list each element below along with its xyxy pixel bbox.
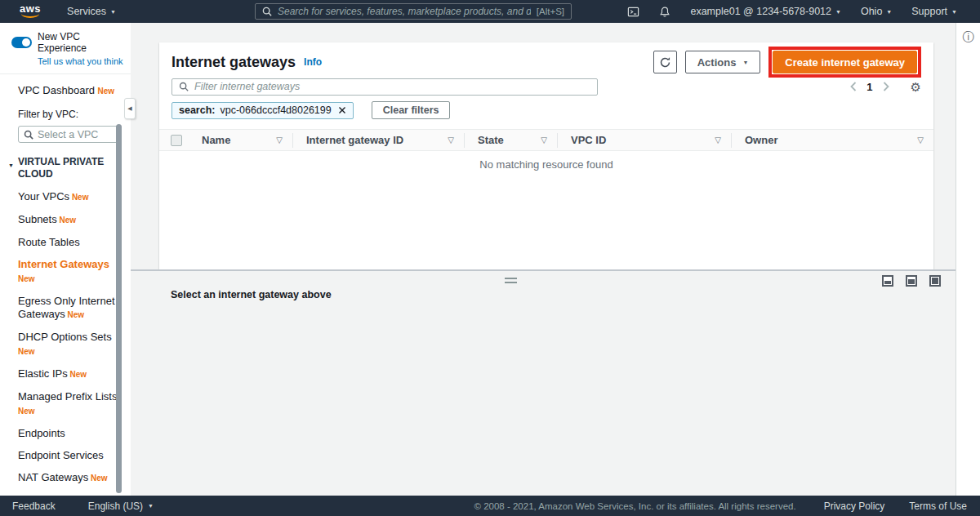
search-icon [24, 130, 33, 140]
column-filter-icon[interactable]: ▽ [448, 136, 454, 145]
chevron-down-icon: ▼ [886, 9, 892, 15]
cloudshell-icon[interactable] [627, 6, 639, 18]
chevron-down-icon: ▼ [110, 9, 116, 15]
refresh-button[interactable] [653, 51, 677, 73]
sidebar-item-nat-gateways[interactable]: NAT Gateways New [18, 471, 119, 485]
vpc-filter-input[interactable] [38, 129, 115, 140]
panel-position-controls [882, 275, 941, 287]
vpc-filter-select[interactable] [18, 126, 121, 143]
sidebar-item-vpc-dashboard[interactable]: VPC Dashboard New [18, 84, 122, 96]
internet-gateways-card: Internet gateways Info Actions ▼ Create … [159, 42, 933, 269]
resource-filter-box[interactable] [172, 78, 598, 96]
sidebar: New VPC Experience Tell us what you thin… [0, 23, 131, 496]
privacy-policy-link[interactable]: Privacy Policy [824, 500, 885, 512]
new-badge: New [88, 474, 107, 483]
chevron-down-icon: ▼ [951, 9, 957, 15]
new-badge: New [69, 193, 88, 202]
sidebar-section-virtual-private-cloud[interactable]: ▼VIRTUAL PRIVATE CLOUD [8, 156, 119, 180]
column-filter-icon[interactable]: ▽ [917, 136, 924, 145]
column-header-vpc-id[interactable]: VPC ID▽ [558, 133, 732, 148]
footer: Feedback English (US) ▼ © 2008 - 2021, A… [0, 496, 980, 516]
filter-by-vpc-label: Filter by VPC: [18, 109, 122, 120]
split-panel-drag-handle[interactable] [505, 278, 517, 283]
new-experience-label: New VPC Experience [38, 31, 131, 54]
close-icon[interactable] [338, 106, 346, 114]
section-caret-icon: ▼ [8, 159, 14, 180]
sidebar-item-egress-only-internet-gateways[interactable]: Egress Only Internet Gateways New [18, 295, 119, 322]
feedback-link[interactable]: Tell us what you think [38, 56, 131, 66]
column-header-state[interactable]: State▽ [465, 133, 558, 148]
table-header-row: Name▽Internet gateway ID▽State▽VPC ID▽Ow… [159, 129, 933, 151]
aws-logo[interactable]: aws [20, 5, 41, 18]
account-menu[interactable]: example01 @ 1234-5678-9012 ▼ [690, 6, 840, 17]
column-filter-icon[interactable]: ▽ [715, 136, 721, 145]
new-badge: New [98, 87, 115, 96]
sidebar-item-route-tables[interactable]: Route Tables [18, 236, 119, 249]
panel-position-half-icon[interactable] [906, 275, 917, 287]
create-internet-gateway-button[interactable]: Create internet gateway [773, 51, 917, 73]
panel-position-bottom-icon[interactable] [882, 275, 893, 287]
sidebar-item-managed-prefix-lists[interactable]: Managed Prefix Lists New [18, 390, 119, 418]
empty-table-message: No matching resource found [159, 158, 933, 171]
page-title: Internet gateways [172, 54, 296, 71]
copyright-text: © 2008 - 2021, Amazon Web Services, Inc.… [474, 501, 796, 511]
select-all-cell [159, 135, 189, 146]
new-badge: New [68, 370, 87, 379]
panel-position-full-icon[interactable] [929, 275, 941, 287]
select-all-checkbox[interactable] [171, 135, 182, 146]
sidebar-item-endpoint-services[interactable]: Endpoint Services [18, 449, 119, 462]
column-filter-icon[interactable]: ▽ [276, 136, 283, 145]
language-selector[interactable]: English (US) ▼ [88, 500, 154, 512]
main-content: Internet gateways Info Actions ▼ Create … [131, 23, 956, 496]
refresh-icon [659, 56, 671, 69]
sidebar-collapse-button[interactable]: ◀ [124, 98, 136, 119]
info-link[interactable]: Info [304, 56, 322, 68]
sidebar-nav: ▼VIRTUAL PRIVATE CLOUDYour VPCs NewSubne… [18, 156, 122, 516]
new-badge: New [65, 310, 84, 319]
info-circle-icon[interactable]: ⓘ [956, 30, 980, 45]
sidebar-item-your-vpcs[interactable]: Your VPCs New [18, 190, 119, 204]
previous-page-icon[interactable] [850, 82, 857, 91]
sidebar-item-subnets[interactable]: Subnets New [18, 213, 119, 227]
chevron-down-icon: ▼ [742, 60, 748, 65]
column-header-owner[interactable]: Owner▽ [732, 133, 933, 148]
topnav-right-group: example01 @ 1234-5678-9012 ▼ Ohio ▼ Supp… [627, 6, 980, 18]
terms-of-use-link[interactable]: Terms of Use [909, 500, 967, 512]
search-icon [262, 7, 272, 16]
chevron-down-icon: ▼ [835, 9, 841, 15]
sidebar-scrollbar[interactable] [116, 124, 122, 493]
new-experience-toggle[interactable] [11, 37, 32, 48]
actions-dropdown-button[interactable]: Actions ▼ [685, 51, 761, 73]
clear-filters-button[interactable]: Clear filters [372, 101, 451, 119]
sidebar-item-endpoints[interactable]: Endpoints [18, 427, 119, 440]
filter-tag-value: vpc-066dcccf4d8026199 [220, 105, 331, 116]
help-panel-strip: ⓘ [956, 23, 980, 496]
sidebar-item-dhcp-options-sets[interactable]: DHCP Options Sets New [18, 331, 119, 358]
active-filter-tag: search: vpc-066dcccf4d8026199 [172, 102, 354, 119]
chevron-down-icon: ▼ [148, 503, 154, 509]
sidebar-item-elastic-ips[interactable]: Elastic IPs New [18, 367, 119, 381]
sidebar-item-internet-gateways[interactable]: Internet Gateways New [18, 258, 119, 286]
column-header-name[interactable]: Name▽ [189, 133, 293, 148]
support-menu[interactable]: Support ▼ [911, 6, 957, 17]
notifications-bell-icon[interactable] [659, 6, 670, 18]
gear-icon[interactable]: ⚙ [911, 81, 921, 93]
global-search-box[interactable]: [Alt+S] [255, 3, 572, 20]
feedback-button[interactable]: Feedback [12, 500, 56, 512]
new-badge: New [18, 347, 35, 356]
new-badge: New [57, 216, 76, 225]
column-filter-icon[interactable]: ▽ [541, 136, 547, 145]
top-navigation-bar: aws Services ▼ [Alt+S] example01 @ 1234-… [0, 0, 980, 23]
services-menu[interactable]: Services ▼ [67, 6, 116, 17]
new-badge: New [18, 407, 35, 416]
next-page-icon[interactable] [883, 82, 889, 91]
region-menu[interactable]: Ohio ▼ [861, 6, 892, 17]
resource-filter-input[interactable] [194, 81, 590, 92]
column-header-internet-gateway-id[interactable]: Internet gateway ID▽ [293, 133, 465, 148]
aws-logo-text: aws [20, 5, 41, 13]
detail-split-panel: Select an internet gateway above [131, 269, 956, 496]
new-vpc-experience-block: New VPC Experience Tell us what you thin… [0, 23, 131, 66]
current-page-number[interactable]: 1 [866, 81, 872, 93]
search-icon [179, 82, 189, 91]
global-search-input[interactable] [278, 6, 531, 17]
